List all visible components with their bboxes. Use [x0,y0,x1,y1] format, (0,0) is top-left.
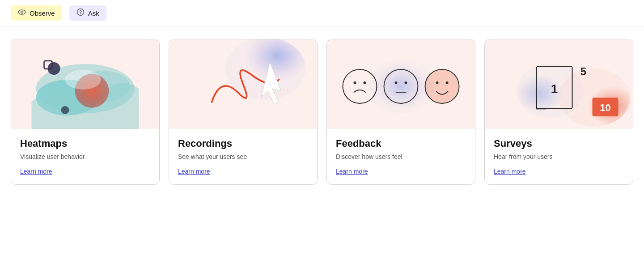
svg-point-0 [18,10,25,14]
surveys-learn-more[interactable]: Learn more [494,168,526,175]
main-content: Heatmaps Visualize user behavior Learn m… [0,26,644,197]
heatmaps-title: Heatmaps [20,138,150,149]
recordings-learn-more[interactable]: Learn more [178,168,210,175]
heatmaps-learn-more[interactable]: Learn more [20,168,52,175]
surveys-card-body: Surveys Hear from your users [485,129,633,160]
svg-point-28 [446,81,449,84]
heatmaps-desc: Visualize user behavior [20,153,150,160]
svg-text:10: 10 [600,102,610,113]
recordings-title: Recordings [178,138,308,149]
card-feedback: Feedback Discover how users feel Learn m… [326,39,475,185]
surveys-title: Surveys [494,138,624,149]
card-heatmaps: Heatmaps Visualize user behavior Learn m… [11,39,160,185]
svg-point-10 [61,106,69,114]
tab-observe-label: Observe [30,9,55,17]
svg-point-11 [65,70,101,90]
heatmaps-footer: Learn more [11,160,159,184]
header: Observe ? Ask [0,0,644,26]
surveys-illustration: 1 5 10 [485,39,633,129]
cards-grid: Heatmaps Visualize user behavior Learn m… [11,39,633,185]
feedback-title: Feedback [336,138,466,149]
svg-text:?: ? [79,10,82,15]
surveys-footer: Learn more [485,160,633,184]
recordings-desc: See what your users see [178,153,308,160]
svg-text:5: 5 [580,65,586,77]
recordings-card-body: Recordings See what your users see [169,129,317,160]
recordings-footer: Learn more [169,160,317,184]
recordings-illustration [169,39,317,129]
heatmaps-illustration [11,39,159,129]
svg-point-22 [395,81,398,84]
tab-ask-label: Ask [88,9,99,17]
surveys-desc: Hear from your users [494,153,624,160]
feedback-desc: Discover how users feel [336,153,466,160]
svg-point-27 [436,81,439,84]
card-surveys: 1 5 10 Surveys Hear from your users Lear… [484,39,633,185]
ask-icon: ? [76,8,85,18]
tab-observe[interactable]: Observe [11,5,62,21]
heatmaps-card-body: Heatmaps Visualize user behavior [11,129,159,160]
svg-point-20 [364,81,366,84]
svg-point-19 [354,81,356,84]
svg-point-17 [368,60,435,113]
feedback-footer: Learn more [327,160,475,184]
observe-icon [18,8,26,18]
svg-text:1: 1 [551,82,558,96]
svg-point-23 [405,81,407,84]
tab-ask[interactable]: ? Ask [69,5,106,21]
feedback-learn-more[interactable]: Learn more [336,168,368,175]
card-recordings: Recordings See what your users see Learn… [169,39,318,185]
svg-point-31 [517,64,584,118]
feedback-card-body: Feedback Discover how users feel [327,129,475,160]
svg-point-1 [21,11,23,13]
feedback-illustration [327,39,475,129]
